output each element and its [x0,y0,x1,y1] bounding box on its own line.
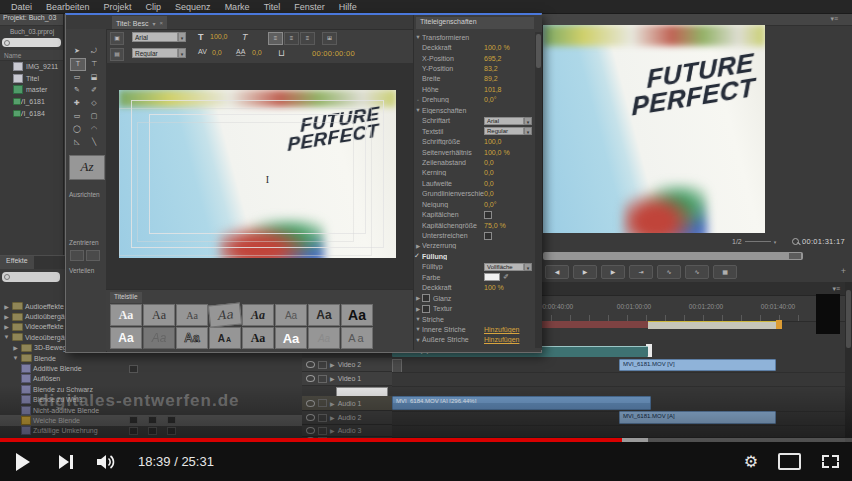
prop-value[interactable]: 100,0 % [484,149,510,156]
twisty-icon[interactable]: ▶ [330,375,335,382]
eye-icon[interactable] [306,375,315,382]
loop-button[interactable]: ∿ [657,265,681,279]
vertical-path-type-tool[interactable]: ✐ [87,84,101,95]
title-style-swatch-7[interactable]: Aa [308,304,340,326]
twisty-icon[interactable]: ▼ [414,326,422,332]
timeline-clip-mvi-6181-mov-a[interactable]: MVI_6181.MOV [A] [619,411,776,424]
twisty-icon[interactable]: ▼ [414,337,422,343]
eye-icon[interactable] [306,427,315,434]
transition-item-blende-zu-wei[interactable]: Blende zu Weiß [0,395,302,405]
checked-icon[interactable]: ✓ [414,252,422,260]
titler-preview-video[interactable]: FUTURE PERFECT I [119,90,396,258]
menu-item-titel[interactable]: Titel [257,2,288,12]
properties-scrollbar[interactable] [535,32,542,348]
prop-value[interactable]: 89,2 [484,75,498,82]
font-style-select[interactable]: Regular [132,48,178,58]
tab-stops-button[interactable]: ⊞ [322,32,337,45]
settings-button[interactable]: ⚙ [732,443,770,481]
chevron-down-icon[interactable]: ▾ [178,32,186,42]
transition-item-weiche-blende[interactable]: Weiche Blende [0,415,302,425]
menu-item-hilfe[interactable]: Hilfe [332,2,364,12]
prop-value[interactable]: 100,0 [484,138,502,145]
twisty-icon[interactable]: ▼ [3,334,10,340]
track-header-audio-1[interactable]: ▶Audio 1 [302,396,392,411]
prop-value[interactable]: 100,0 % [484,44,510,51]
twisty-icon[interactable]: ▶ [330,427,335,434]
title-style-swatch-8[interactable]: Aa [341,304,373,326]
prop-value[interactable]: 0,0° [484,201,497,208]
color-swatch[interactable] [484,273,500,281]
add-stroke-link[interactable]: Hinzufügen [484,326,519,333]
step-forward-button[interactable]: ▶ [601,265,625,279]
path-type-tool[interactable]: ✎ [70,84,84,95]
titler-timecode[interactable]: 00:00:00:00 [312,49,355,58]
lock-icon[interactable] [318,414,327,422]
twisty-icon[interactable]: ▼ [414,34,422,40]
go-to-edit-button[interactable]: ⇥ [629,265,653,279]
twisty-icon[interactable]: ▼ [414,316,422,322]
effects-panel-tab[interactable]: Effekte [0,256,34,269]
kerning-value[interactable]: 0,0 [212,49,222,56]
monitor-zoom-scrollbar[interactable] [543,252,803,260]
twisty-icon[interactable]: ▶ [3,323,10,330]
scrollbar-handle[interactable] [789,253,801,259]
track-header-audio-2[interactable]: ▶Audio 2 [302,411,392,425]
prop-value[interactable]: 0,0° [484,96,497,103]
vertical-area-type-tool[interactable]: ⬓ [87,71,101,82]
effects-group-blende[interactable]: ▼Blende [0,353,302,363]
type-tool[interactable]: T [70,58,86,71]
prop-value[interactable]: 0,0 [484,190,494,197]
timeline-clip-mvi-6184-mov-a-296-44[interactable]: MVI_6184.MOV [A] [296.44%] [392,396,651,410]
scrollbar-thumb[interactable] [536,34,541,68]
style-sample-swatch[interactable]: Az [69,155,105,180]
track-header-audio-3[interactable]: ▶Audio 3 [302,425,392,437]
vertical-type-tool[interactable]: ⊤ [87,58,101,69]
chevron-down-icon[interactable]: ▾ [524,263,532,271]
lock-icon[interactable] [318,427,327,435]
f-lltyp-select[interactable]: Vollfläche [484,263,524,271]
program-monitor-video[interactable]: FUTURE PERFECT [543,25,765,233]
tracking-value[interactable]: 0,0 [252,49,262,56]
export-frame-button[interactable]: ▦ [713,265,737,279]
timeline-vertical-scrollbar[interactable] [845,282,852,443]
prop-value[interactable]: 0,0 [484,169,494,176]
chevron-down-icon[interactable]: ▾ [178,48,186,58]
prop-value[interactable]: 0,0 [484,159,494,166]
pen-tool[interactable]: ✚ [70,97,84,108]
prop-value[interactable]: 0,0 [484,180,494,187]
project-item-titel[interactable]: Titel [0,73,63,85]
center-horizontal-button[interactable] [70,250,84,261]
add-stroke-link[interactable]: Hinzufügen [484,336,519,343]
close-icon[interactable]: × [159,20,163,26]
title-style-swatch-11[interactable]: Aa [176,327,208,349]
transition-item-nicht-additive-blende[interactable]: Nicht-additive Blende [0,405,302,415]
rounded-rectangle-tool[interactable]: ▢ [87,110,101,121]
work-area-bar[interactable] [648,321,776,329]
eye-icon[interactable] [306,361,315,368]
transition-item-aufl-sen[interactable]: Auflösen [0,374,302,384]
delete-anchor-tool[interactable]: ◇ [87,97,101,108]
step-back-button[interactable]: ◀ [545,265,569,279]
add-button[interactable]: + [841,266,846,276]
align-left-button[interactable]: ≡ [268,32,283,45]
textstil-select[interactable]: Regular [484,127,524,135]
miniplayer-button[interactable] [770,443,808,481]
roll-crawl-options-button[interactable]: ▤ [110,48,124,61]
twisty-icon[interactable]: ▼ [12,355,19,361]
wedge-tool[interactable]: ◺ [70,136,84,147]
prop-value[interactable]: 695,2 [484,55,502,62]
zoom-slider[interactable] [745,241,771,242]
title-style-swatch-4[interactable]: Aa [208,302,242,327]
twisty-icon[interactable]: ▶ [330,414,335,421]
transition-item-additive-blende[interactable]: Additive Blende [0,363,302,373]
title-style-swatch-3[interactable]: Aa [176,304,208,326]
next-button[interactable] [46,443,86,481]
twisty-icon[interactable]: ▶ [414,295,422,301]
title-style-swatch-2[interactable]: Aa [143,304,175,326]
twisty-icon[interactable]: ▶ [12,344,19,351]
title-style-swatch-12[interactable]: Aa [209,327,241,349]
line-tool[interactable]: ╲ [87,136,101,147]
lock-icon[interactable] [318,361,327,369]
project-item-mvi-6181[interactable]: MVI_6181 [0,96,63,108]
twisty-icon[interactable]: ▶ [330,361,335,368]
